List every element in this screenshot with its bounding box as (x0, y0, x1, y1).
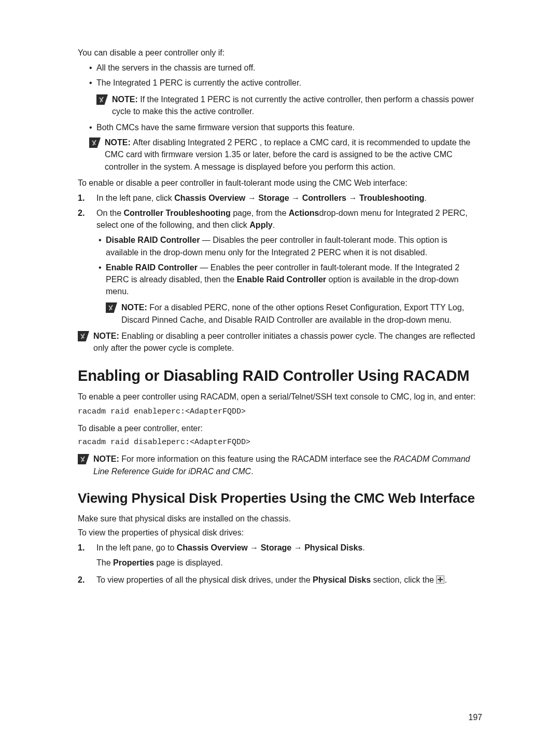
nav-path: Storage (261, 543, 292, 552)
note-block: NOTE: For a disabled PERC, none of the o… (106, 301, 482, 325)
section-heading-racadm: Enabling or Diasabling RAID Controller U… (78, 367, 482, 384)
ui-element: Properties (113, 558, 154, 567)
requirement-item: All the servers in the chassis are turne… (89, 62, 482, 74)
ui-element: Physical Disks (313, 575, 371, 584)
arrow-icon: → (248, 192, 256, 204)
note-body: If the Integrated 1 PERC is not currentl… (112, 95, 474, 116)
arrow-icon: → (348, 192, 357, 204)
options-list: Disable RAID Controller — Disables the p… (96, 234, 482, 325)
note-text: NOTE: Enabling or disabling a peer contr… (93, 330, 482, 354)
paragraph: Make sure that physical disks are instal… (78, 513, 482, 525)
note-icon (96, 94, 108, 105)
text: . (273, 221, 275, 229)
text: . (444, 575, 446, 584)
text: . (424, 194, 426, 202)
text: page is displayed. (154, 558, 223, 567)
intro-paragraph: You can disable a peer controller only i… (78, 47, 482, 59)
note-text: NOTE: For more information on this featu… (93, 453, 482, 477)
note-icon (106, 302, 117, 313)
nav-path: Physical Disks (304, 543, 362, 552)
text: . (362, 543, 365, 552)
note-label: NOTE: (112, 95, 140, 104)
text: The (96, 558, 113, 567)
inline-bold: Enable Raid Controller (237, 275, 326, 284)
option-item: Enable RAID Controller — Enables the pee… (99, 261, 482, 326)
note-body: Enabling or disabling a peer controller … (93, 332, 475, 352)
note-block: NOTE: If the Integrated 1 PERC is not cu… (96, 93, 482, 117)
nav-path: Storage (258, 194, 289, 202)
step-text: section, click the (371, 575, 436, 584)
arrow-icon: → (294, 542, 302, 554)
code-block: racadm raid enableperc:<AdapterFQDD> (78, 406, 482, 418)
section-intro: To enable a peer controller using RACADM… (78, 391, 482, 403)
requirement-item: The Integrated 1 PERC is currently the a… (89, 77, 482, 117)
step-2: On the Controller Troubleshooting page, … (78, 207, 482, 326)
nav-path: Troubleshooting (359, 194, 424, 202)
note-label: NOTE: (93, 454, 121, 463)
note-label: NOTE: (121, 303, 149, 312)
note-icon (78, 454, 89, 464)
plus-icon (436, 575, 444, 584)
step-text: page, from the (231, 209, 289, 217)
step-text: In the left pane, go to (96, 543, 177, 552)
note-text: NOTE: If the Integrated 1 PERC is not cu… (112, 93, 482, 117)
ui-element: Apply (249, 221, 272, 229)
note-text: NOTE: For a disabled PERC, none of the o… (121, 301, 482, 325)
requirement-text: The Integrated 1 PERC is currently the a… (96, 78, 301, 87)
note-block: NOTE: Enabling or disabling a peer contr… (78, 330, 482, 354)
note-label: NOTE: (93, 332, 121, 340)
page-number: 197 (468, 711, 482, 723)
nav-path: Chassis Overview (174, 194, 245, 202)
note-icon (78, 331, 89, 341)
procedure-steps: In the left pane, click Chassis Overview… (78, 192, 482, 326)
note-body: For a disabled PERC, none of the other o… (121, 303, 464, 324)
note-block: NOTE: For more information on this featu… (78, 453, 482, 477)
note-label: NOTE: (105, 138, 133, 147)
nav-path: Chassis Overview (177, 543, 248, 552)
ui-element: Controller Troubleshooting (123, 209, 230, 217)
section-heading-physical-disks: Viewing Physical Disk Properties Using t… (78, 491, 482, 506)
procedure-intro: To enable or disable a peer controller i… (78, 177, 482, 189)
nav-path: Controllers (302, 194, 346, 202)
option-label: Disable RAID Controller (106, 236, 200, 244)
note-body: After disabling Integrated 2 PERC , to r… (105, 138, 470, 171)
requirements-list: All the servers in the chassis are turne… (78, 62, 482, 133)
step-1: In the left pane, click Chassis Overview… (78, 192, 482, 204)
document-page: You can disable a peer controller only i… (0, 0, 560, 744)
note-text: NOTE: After disabling Integrated 2 PERC … (105, 136, 482, 173)
arrow-icon: → (250, 542, 258, 554)
note-icon (89, 137, 101, 148)
code-block: racadm raid disableperc:<AdapterFQDD> (78, 437, 482, 448)
procedure-steps: In the left pane, go to Chassis Overview… (78, 542, 482, 586)
paragraph: To disable a peer controller, enter: (78, 422, 482, 434)
svg-rect-7 (438, 579, 443, 580)
paragraph: To view the properties of physical disk … (78, 527, 482, 539)
arrow-icon: → (291, 192, 300, 204)
note-block: NOTE: After disabling Integrated 2 PERC … (89, 136, 482, 173)
step-1: In the left pane, go to Chassis Overview… (78, 542, 482, 569)
option-item: Disable RAID Controller — Disables the p… (99, 234, 482, 258)
step-text: In the left pane, click (96, 194, 174, 202)
option-label: Enable RAID Controller (106, 263, 198, 272)
note-body: For more information on this feature usi… (121, 454, 394, 463)
step-text: On the (96, 209, 123, 217)
text: . (251, 467, 253, 476)
ui-element: Actions (289, 209, 319, 217)
step-text: To view properties of all the physical d… (96, 575, 313, 584)
step-2: To view properties of all the physical d… (78, 574, 482, 586)
step-subtext: The Properties page is displayed. (96, 557, 482, 569)
requirement-item: Both CMCs have the same firmware version… (89, 121, 482, 133)
